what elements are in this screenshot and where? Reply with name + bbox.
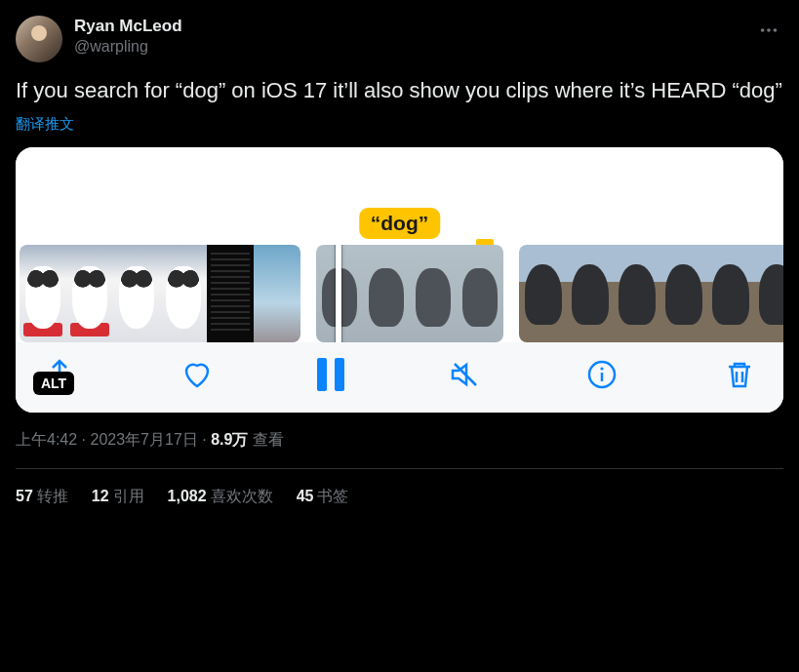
avatar[interactable] bbox=[16, 16, 62, 62]
post-time: 上午4:42 bbox=[16, 431, 77, 448]
video-frame bbox=[363, 245, 410, 342]
media-toolbar bbox=[16, 342, 783, 413]
tweet-header: Ryan McLeod @warpling bbox=[16, 16, 783, 62]
pause-icon[interactable] bbox=[317, 358, 344, 391]
video-frame bbox=[613, 245, 659, 342]
svg-point-1 bbox=[767, 28, 771, 32]
video-frame bbox=[113, 245, 160, 342]
search-term-badge: “dog” bbox=[359, 208, 440, 239]
retweets-count[interactable]: 57转推 bbox=[16, 487, 68, 507]
tweet-meta[interactable]: 上午4:42 · 2023年7月17日 · 8.9万 查看 bbox=[16, 430, 783, 469]
post-date: 2023年7月17日 bbox=[90, 431, 197, 448]
bookmarks-count[interactable]: 45书签 bbox=[297, 487, 349, 507]
video-frame bbox=[519, 245, 566, 342]
video-frame bbox=[659, 245, 706, 342]
video-frame bbox=[706, 245, 753, 342]
media-header-area: “dog” bbox=[16, 147, 783, 245]
clip-group[interactable] bbox=[316, 245, 503, 342]
clip-group[interactable] bbox=[519, 245, 783, 342]
views-count: 8.9万 bbox=[211, 431, 248, 448]
more-icon[interactable] bbox=[754, 16, 783, 45]
engagement-counts: 57转推 12引用 1,082喜欢次数 45书签 bbox=[16, 469, 783, 525]
video-frame bbox=[457, 245, 503, 342]
tweet-container: Ryan McLeod @warpling If you search for … bbox=[0, 0, 799, 540]
media-card[interactable]: “dog” bbox=[16, 147, 783, 413]
video-frame bbox=[20, 245, 66, 342]
views-label: 查看 bbox=[253, 431, 284, 448]
author-block[interactable]: Ryan McLeod @warpling bbox=[74, 16, 742, 57]
info-icon[interactable] bbox=[585, 358, 619, 391]
video-frame bbox=[160, 245, 207, 342]
quotes-count[interactable]: 12引用 bbox=[92, 487, 144, 507]
playhead-icon[interactable] bbox=[336, 245, 341, 342]
video-frame bbox=[207, 245, 254, 342]
svg-point-0 bbox=[761, 28, 765, 32]
heart-icon[interactable] bbox=[180, 358, 214, 391]
svg-point-2 bbox=[774, 28, 778, 32]
video-timeline[interactable] bbox=[16, 245, 783, 342]
video-frame bbox=[566, 245, 613, 342]
tweet-text: If you search for “dog” on iOS 17 it’ll … bbox=[16, 76, 783, 105]
video-frame bbox=[254, 245, 300, 342]
svg-point-5 bbox=[601, 367, 604, 370]
alt-badge[interactable]: ALT bbox=[33, 372, 74, 395]
clip-group[interactable] bbox=[20, 245, 300, 342]
mute-icon[interactable] bbox=[449, 358, 482, 391]
video-frame bbox=[753, 245, 783, 342]
likes-count[interactable]: 1,082喜欢次数 bbox=[168, 487, 273, 507]
translate-link[interactable]: 翻译推文 bbox=[16, 115, 74, 134]
video-frame bbox=[410, 245, 457, 342]
author-handle: @warpling bbox=[74, 37, 742, 57]
video-frame bbox=[66, 245, 113, 342]
display-name: Ryan McLeod bbox=[74, 16, 742, 37]
trash-icon[interactable] bbox=[723, 358, 756, 391]
